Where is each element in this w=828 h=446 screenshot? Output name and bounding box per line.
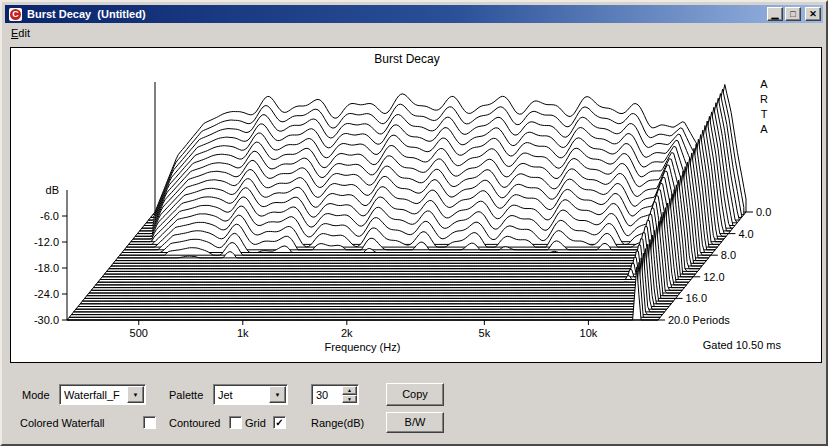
chevron-down-icon[interactable]: ▼ [127, 386, 144, 403]
svg-text:500: 500 [130, 327, 148, 339]
svg-text:8.0: 8.0 [721, 249, 736, 261]
bw-button[interactable]: B/W [386, 412, 444, 433]
minimize-button[interactable]: ▁ [767, 7, 783, 21]
palette-value: Jet [218, 387, 233, 403]
range-db-value: 30 [316, 387, 328, 403]
control-panel: Mode Waterfall_F ▼ Palette Jet ▼ 30 ▲ ▼ … [10, 365, 822, 443]
svg-text:1k: 1k [237, 327, 249, 339]
burst-decay-waterfall: dB-6.0-12.0-18.0-24.0-30.05001k2k5k10kFr… [11, 48, 821, 362]
svg-text:10k: 10k [580, 327, 598, 339]
range-db-label: Range(dB) [311, 417, 364, 429]
close-button[interactable]: ✕ [805, 7, 821, 21]
colored-waterfall-label: Colored Waterfall [20, 417, 105, 429]
palette-combobox[interactable]: Jet ▼ [213, 384, 288, 405]
svg-text:4.0: 4.0 [738, 228, 753, 240]
svg-text:-18.0: -18.0 [34, 262, 59, 274]
contoured-label: Contoured [169, 417, 220, 429]
app-icon: C [9, 8, 22, 21]
svg-text:A: A [760, 123, 768, 135]
app-window: C Burst Decay (Untitled) ▁ □ ✕ Edit dB-6… [0, 0, 828, 446]
svg-text:12.0: 12.0 [703, 271, 724, 283]
svg-text:-30.0: -30.0 [34, 314, 59, 326]
chevron-down-icon[interactable]: ▼ [269, 386, 286, 403]
svg-text:Frequency (Hz): Frequency (Hz) [325, 341, 401, 353]
svg-text:dB: dB [46, 184, 59, 196]
mode-value: Waterfall_F [64, 387, 120, 403]
svg-text:0.0: 0.0 [756, 206, 771, 218]
window-title: Burst Decay (Untitled) [27, 8, 765, 20]
palette-label: Palette [169, 389, 203, 401]
svg-text:-24.0: -24.0 [34, 288, 59, 300]
maximize-button[interactable]: □ [785, 7, 801, 21]
contoured-checkbox[interactable] [229, 416, 242, 429]
colored-waterfall-checkbox[interactable] [143, 416, 156, 429]
svg-text:-12.0: -12.0 [34, 236, 59, 248]
plot-area: dB-6.0-12.0-18.0-24.0-30.05001k2k5k10kFr… [10, 47, 822, 363]
svg-text:Gated 10.50 ms: Gated 10.50 ms [703, 339, 782, 351]
svg-text:T: T [761, 108, 768, 120]
svg-text:Burst Decay: Burst Decay [374, 52, 439, 66]
svg-text:R: R [760, 93, 768, 105]
spin-down-icon[interactable]: ▼ [342, 395, 357, 404]
menu-item-edit[interactable]: Edit [6, 25, 35, 41]
svg-text:5k: 5k [479, 327, 491, 339]
range-db-stepper[interactable]: 30 ▲ ▼ [311, 384, 359, 405]
spin-up-icon[interactable]: ▲ [342, 386, 357, 395]
svg-text:A: A [760, 78, 768, 90]
mode-combobox[interactable]: Waterfall_F ▼ [59, 384, 146, 405]
menu-bar: Edit [6, 24, 822, 42]
title-bar[interactable]: C Burst Decay (Untitled) ▁ □ ✕ [5, 5, 823, 23]
svg-text:20.0 Periods: 20.0 Periods [668, 314, 730, 326]
copy-button[interactable]: Copy [386, 383, 444, 406]
svg-text:16.0: 16.0 [686, 292, 707, 304]
mode-label: Mode [22, 389, 50, 401]
grid-label: Grid [245, 417, 266, 429]
svg-text:-6.0: -6.0 [40, 210, 59, 222]
grid-checkbox[interactable]: ✓ [273, 416, 286, 429]
svg-text:2k: 2k [341, 327, 353, 339]
